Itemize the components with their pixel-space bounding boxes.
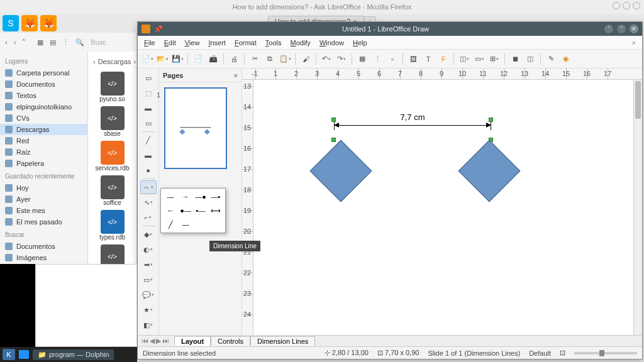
selection-handle[interactable] [489,118,493,122]
grid-button[interactable]: ▦ [355,52,369,66]
flowchart-tool[interactable]: ▭▾ [140,273,157,287]
menu-close-doc[interactable]: × [628,39,640,47]
zoom-fit-button[interactable]: ⊡ [560,349,565,357]
layer-tab[interactable]: Dimension Lines [250,336,315,346]
minimize-icon[interactable] [613,2,620,9]
edit-points-button[interactable]: ✎ [544,52,558,66]
layer-tab[interactable]: Controls [211,336,250,346]
file-item[interactable]: </>types.rdb [91,210,134,241]
search-icon[interactable]: 🔍 [75,38,84,47]
blank-window-stub[interactable] [35,264,137,347]
place-item[interactable]: Documentos [0,241,87,252]
place-item[interactable]: Red [0,135,87,146]
place-item[interactable]: Documentos [0,79,87,90]
place-item[interactable]: elpinguinotolkiano [0,101,87,112]
search-input[interactable]: Busc [91,38,106,46]
close-icon[interactable] [633,2,640,9]
back-button[interactable]: ‹ [5,38,8,46]
menu-file[interactable]: File [140,38,159,48]
start-button[interactable]: K [3,349,15,360]
line-free[interactable]: — [180,220,191,229]
pin-icon[interactable]: 📌 [154,25,163,33]
zoom-slider[interactable] [574,352,637,354]
place-item[interactable]: Hoy [0,182,87,194]
ellipse-tool[interactable]: ● [140,163,157,177]
menu-modify[interactable]: Modify [286,38,314,48]
helplines-button[interactable]: ⋮ [370,52,384,66]
place-item[interactable]: El mes pasado [0,216,87,228]
forward-button[interactable]: › [14,38,16,46]
place-item[interactable]: Carpeta personal [0,67,87,79]
arrange-button[interactable]: ▭▾ [472,52,486,66]
firefox-launcher-2[interactable]: 🦊 [40,15,57,31]
firefox-launcher[interactable]: 🦊 [21,15,38,31]
file-item[interactable]: </>sbase [91,106,134,137]
place-item[interactable]: Papelera [0,158,87,169]
place-item[interactable]: Textos [0,90,87,101]
prev-page-button[interactable]: ◀ [150,337,155,345]
clone-format-button[interactable]: 🖌 [299,52,313,66]
snap-button[interactable]: ▫ [386,52,399,66]
arrow-circle-end[interactable]: —● [195,192,206,201]
paste-button[interactable]: 📋▾ [278,52,292,66]
print-direct-button[interactable]: 📠 [206,52,220,66]
maximize-button[interactable]: ˄ [617,25,626,33]
block-arrows-tool[interactable]: ➡▾ [140,258,157,272]
terminal-window-stub[interactable] [0,264,35,347]
show-desktop-icon[interactable] [19,350,29,359]
arrow-start[interactable]: ← [165,206,176,215]
shape-diamond[interactable] [458,140,521,202]
next-page-button[interactable]: ▶ [156,337,161,345]
breadcrumb[interactable]: ‹ Descargas › [88,55,136,68]
print-button[interactable]: 🖨 [227,52,241,66]
stars-tool[interactable]: ★▾ [140,303,157,317]
basic-shapes-tool[interactable]: ◆▾ [140,228,157,241]
fontwork-button[interactable]: F [436,52,450,66]
menu-help[interactable]: Help [349,38,371,48]
file-item[interactable]: </>soffice [91,175,134,206]
zoom-tool[interactable]: ⬚ [140,86,157,100]
file-item[interactable]: </>services.rdb [91,141,134,172]
selection-handle[interactable] [331,138,336,142]
layer-tab[interactable]: Layout [174,336,211,346]
menu-window[interactable]: Window [316,38,348,48]
save-button[interactable]: 💾▾ [170,52,184,66]
select-tool[interactable]: ▭ [140,71,157,85]
file-item[interactable]: </>pyuno.so [91,72,134,102]
place-item[interactable]: Este mes [0,205,87,216]
textbox-button[interactable]: T [421,52,435,66]
selection-handle[interactable] [331,118,336,122]
drawing-canvas[interactable]: 7,7 cm [253,80,633,335]
line-color-tool[interactable]: ▬ [140,101,157,115]
3d-tool[interactable]: ◧▾ [140,318,157,332]
line-plain[interactable]: — [165,192,176,201]
menu-view[interactable]: View [181,38,204,48]
circle-start[interactable]: ●— [180,206,191,215]
place-item[interactable]: Descargas [0,124,87,135]
arrow-square-end[interactable]: —▪ [210,192,221,201]
menu-edit[interactable]: Edit [160,38,180,48]
close-panel-icon[interactable]: × [234,72,238,79]
lines-arrows-tool[interactable]: ↔▾ [140,180,157,194]
crop-button[interactable]: ◫ [523,52,537,66]
menu-tools[interactable]: Tools [262,38,286,48]
place-item[interactable]: Raíz [0,146,87,158]
minimize-button[interactable]: ˅ [604,25,613,33]
cut-button[interactable]: ✂ [248,52,262,66]
up-button[interactable]: ˄ [22,38,26,47]
distribute-button[interactable]: ⊞▾ [487,52,501,66]
line45[interactable]: ╱ [165,220,176,229]
skype-launcher[interactable]: S [3,15,19,31]
copy-button[interactable]: ⧉ [263,52,277,66]
maximize-icon[interactable] [623,2,630,9]
vertical-scrollbar[interactable] [633,80,642,335]
close-button[interactable]: ✕ [630,25,638,33]
callout-tool[interactable]: 💬▾ [140,288,157,302]
menu-insert[interactable]: Insert [204,38,230,48]
place-item[interactable]: Ayer [0,194,87,205]
image-button[interactable]: 🖼 [406,52,420,66]
dimension-line[interactable]: ⟷ [210,206,221,215]
undo-button[interactable]: ↶▾ [319,52,333,66]
connector-tool[interactable]: ⌐▾ [140,211,157,224]
taskbar-entry-dolphin[interactable]: 📁 program — Dolphin [33,349,114,360]
